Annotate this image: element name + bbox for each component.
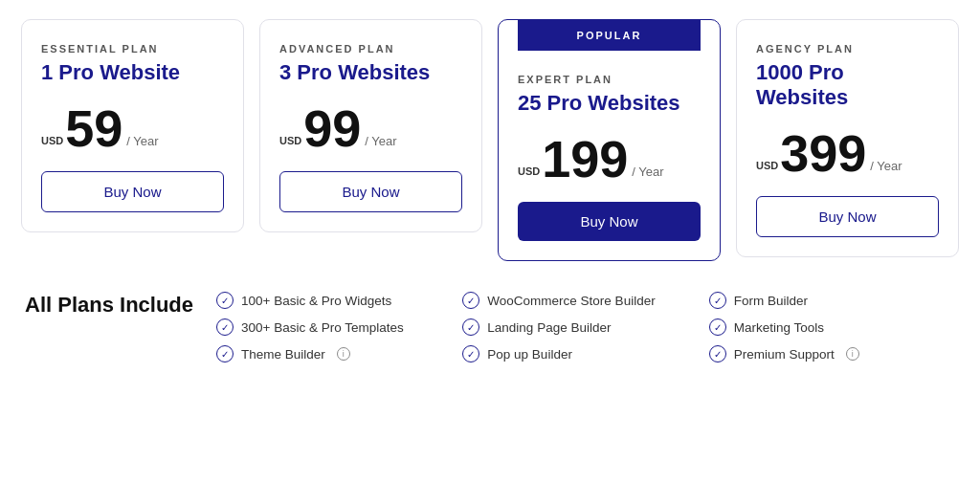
pricing-section: Essential Plan 1 Pro Website USD 59 / Ye… [21,19,959,362]
price-amount-essential: 59 [65,102,122,154]
feature-text: Pop up Builder [487,347,572,362]
features-columns: ✓ 100+ Basic & Pro Widgets ✓ 300+ Basic … [216,292,955,362]
check-icon: ✓ [709,345,726,362]
feature-text: WooCommerce Store Builder [487,294,655,308]
check-icon: ✓ [462,292,479,309]
price-amount-agency: 399 [780,127,866,179]
plan-label-advanced: Advanced Plan [279,43,462,55]
price-row-agency: USD 399 / Year [756,127,939,179]
features-col-0: ✓ 100+ Basic & Pro Widgets ✓ 300+ Basic … [216,292,462,362]
feature-item: ✓ 300+ Basic & Pro Templates [216,318,462,336]
price-currency-essential: USD [41,135,63,146]
feature-item: ✓ 100+ Basic & Pro Widgets [216,292,462,309]
feature-item: ✓ Premium Support i [709,345,955,362]
plan-label-expert: Expert Plan [518,74,701,85]
feature-text: 300+ Basic & Pro Templates [241,320,404,335]
plan-card-expert: POPULAR Expert Plan 25 Pro Websites USD … [498,19,721,261]
plan-card-advanced: Advanced Plan 3 Pro Websites USD 99 / Ye… [259,19,482,232]
plan-label-agency: Agency Plan [756,43,939,55]
feature-text: Premium Support [734,347,835,362]
plan-label-essential: Essential Plan [41,43,224,55]
price-currency-advanced: USD [279,135,301,146]
plan-card-essential: Essential Plan 1 Pro Website USD 59 / Ye… [21,19,244,232]
price-amount-expert: 199 [542,133,628,185]
plan-title-advanced: 3 Pro Websites [279,60,462,85]
feature-text: 100+ Basic & Pro Widgets [241,294,391,308]
price-row-advanced: USD 99 / Year [279,102,462,154]
feature-text: Marketing Tools [734,320,824,335]
feature-text: Form Builder [734,294,808,308]
feature-item: ✓ Marketing Tools [709,318,955,336]
price-period-advanced: / Year [365,134,396,148]
check-icon: ✓ [216,318,234,336]
plan-card-agency: Agency Plan 1000 Pro Websites USD 399 / … [736,19,959,257]
buy-btn-expert[interactable]: Buy Now [518,202,701,241]
features-title: All Plans Include [25,292,216,319]
check-icon: ✓ [462,345,479,362]
buy-btn-agency[interactable]: Buy Now [756,196,939,237]
buy-btn-advanced[interactable]: Buy Now [279,171,462,212]
buy-btn-essential[interactable]: Buy Now [41,171,224,212]
plan-title-expert: 25 Pro Websites [518,91,701,116]
feature-item: ✓ Theme Builder i [216,345,462,362]
feature-text: Landing Page Builder [487,320,611,335]
feature-item: ✓ WooCommerce Store Builder [462,292,708,309]
check-icon: ✓ [216,292,234,309]
plan-title-agency: 1000 Pro Websites [756,60,939,110]
check-icon: ✓ [709,292,726,309]
price-period-expert: / Year [632,165,663,179]
price-row-essential: USD 59 / Year [41,102,224,154]
price-period-agency: / Year [870,159,902,173]
feature-text: Theme Builder [241,347,325,362]
feature-item: ✓ Pop up Builder [462,345,708,362]
feature-item: ✓ Landing Page Builder [462,318,708,336]
info-icon[interactable]: i [337,347,350,361]
features-col-2: ✓ Form Builder ✓ Marketing Tools ✓ Premi… [709,292,955,362]
price-amount-advanced: 99 [303,102,361,154]
features-section: All Plans Include ✓ 100+ Basic & Pro Wid… [21,292,959,362]
check-icon: ✓ [709,318,726,336]
info-icon[interactable]: i [846,347,859,361]
price-currency-agency: USD [756,160,778,171]
check-icon: ✓ [462,318,479,336]
check-icon: ✓ [216,345,234,362]
plans-row: Essential Plan 1 Pro Website USD 59 / Ye… [21,19,959,261]
feature-item: ✓ Form Builder [709,292,955,309]
price-row-expert: USD 199 / Year [518,133,701,185]
price-currency-expert: USD [518,165,540,177]
features-col-1: ✓ WooCommerce Store Builder ✓ Landing Pa… [462,292,708,362]
plan-title-essential: 1 Pro Website [41,60,224,85]
price-period-essential: / Year [126,134,158,148]
popular-badge: POPULAR [518,20,701,51]
